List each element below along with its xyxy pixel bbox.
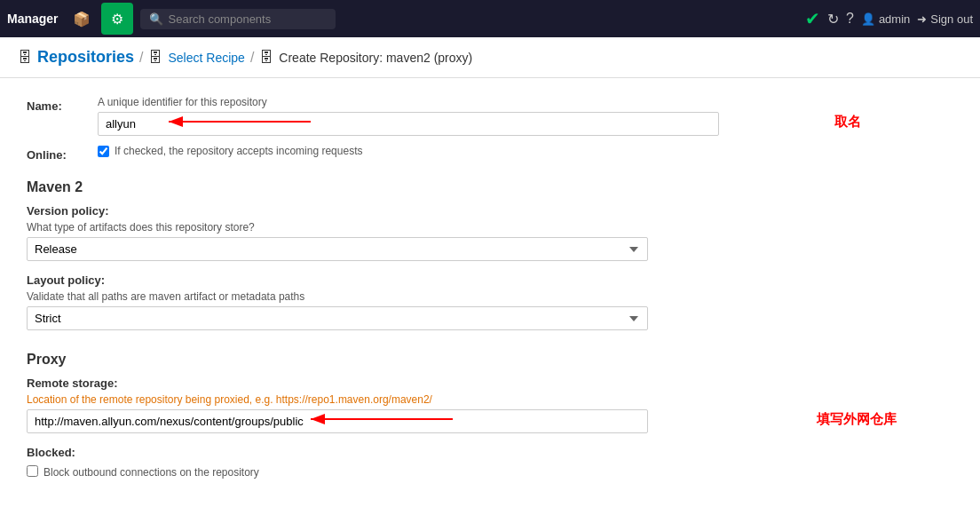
gear-icon-btn[interactable]: ⚙ (101, 3, 133, 35)
remote-storage-section: Remote storage: Location of the remote r… (27, 376, 772, 433)
name-field-container: A unique identifier for this repository … (98, 96, 772, 136)
proxy-heading: Proxy (27, 352, 772, 368)
maven2-heading: Maven 2 (27, 179, 772, 195)
blocked-checkbox-row: Block outbound connections on the reposi… (27, 463, 772, 479)
version-policy-section: Version policy: What type of artifacts d… (27, 204, 772, 261)
blocked-checkbox[interactable] (27, 465, 38, 477)
current-page-label: Create Repository: maven2 (proxy) (279, 51, 472, 65)
search-input[interactable] (169, 12, 311, 26)
repo-title[interactable]: Repositories (37, 48, 134, 67)
breadcrumb: 🗄 Repositories / 🗄 Select Recipe / 🗄 Cre… (0, 37, 980, 78)
name-hint: A unique identifier for this repository (98, 96, 772, 108)
box-icon-btn[interactable]: 📦 (66, 3, 98, 35)
remote-storage-label: Remote storage: (27, 376, 772, 390)
user-icon: 👤 (861, 12, 875, 26)
search-bar: 🔍 (140, 9, 336, 29)
layout-policy-hint: Validate that all paths are maven artifa… (27, 290, 772, 303)
signout-btn[interactable]: ➜ Sign out (917, 12, 973, 26)
username-label: admin (879, 12, 910, 26)
version-policy-label: Version policy: (27, 204, 772, 218)
blocked-section: Blocked: Block outbound connections on t… (27, 446, 772, 479)
remote-annotation-label: 填写外网仓库 (817, 411, 897, 428)
topnav-right: ✔ ↻ ? 👤 admin ➜ Sign out (805, 8, 973, 29)
name-annotation-label: 取名 (834, 114, 861, 131)
signout-label: Sign out (930, 12, 973, 26)
name-label: Name: (27, 96, 98, 113)
layout-policy-select[interactable]: Strict Permissive (27, 306, 648, 330)
topnav: Manager 📦 ⚙ 🔍 ✔ ↻ ? 👤 admin ➜ Sign out (0, 0, 980, 37)
select-recipe-link[interactable]: Select Recipe (168, 51, 244, 65)
brand-label: Manager (7, 12, 59, 26)
breadcrumb-sep1: / (139, 50, 143, 66)
main-content: Name: A unique identifier for this repos… (0, 78, 799, 496)
online-label: Online: (27, 145, 98, 162)
signout-icon: ➜ (917, 12, 927, 26)
layout-policy-label: Layout policy: (27, 273, 772, 287)
blocked-hint: Block outbound connections on the reposi… (43, 466, 259, 479)
name-row: Name: A unique identifier for this repos… (27, 96, 772, 136)
box-icon: 📦 (73, 11, 91, 28)
layout-policy-section: Layout policy: Validate that all paths a… (27, 273, 772, 330)
help-icon[interactable]: ? (846, 11, 854, 27)
remote-storage-input[interactable] (27, 409, 648, 433)
online-checkbox-row: If checked, the repository accepts incom… (98, 145, 772, 157)
blocked-label: Blocked: (27, 446, 772, 459)
breadcrumb-sep2: / (250, 50, 254, 66)
online-field: If checked, the repository accepts incom… (98, 145, 772, 157)
user-info: 👤 admin (861, 12, 910, 26)
online-checkbox[interactable] (98, 146, 109, 157)
online-hint: If checked, the repository accepts incom… (115, 145, 362, 157)
online-row: Online: If checked, the repository accep… (27, 145, 772, 162)
status-ok-icon: ✔ (805, 8, 820, 29)
create-db-icon: 🗄 (259, 50, 273, 66)
version-policy-hint: What type of artifacts does this reposit… (27, 221, 772, 234)
refresh-icon[interactable]: ↻ (827, 11, 839, 28)
gear-icon: ⚙ (111, 11, 123, 28)
search-icon: 🔍 (149, 12, 163, 26)
repo-db-icon: 🗄 (18, 50, 32, 66)
name-input[interactable] (98, 112, 719, 136)
remote-hint: Location of the remote repository being … (27, 393, 772, 406)
version-policy-select[interactable]: Release Snapshot Mixed (27, 237, 648, 261)
recipe-db-icon: 🗄 (148, 50, 162, 66)
